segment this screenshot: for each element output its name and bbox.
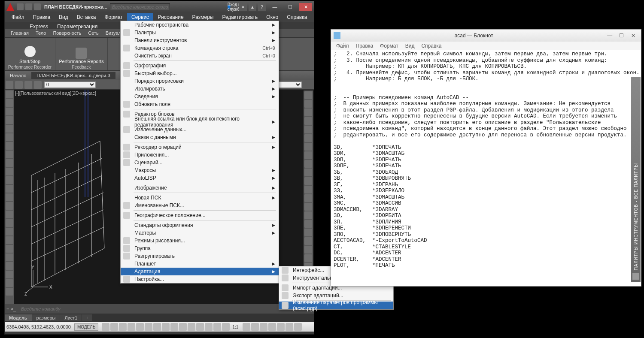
menu-item[interactable]: Связи с данными▶ [121,133,279,141]
tool-icon[interactable] [304,151,312,159]
menu-item[interactable]: Мастеры▶ [121,229,279,237]
notepad-text-area[interactable]: ; 2. Сначала используйте первый символ к… [331,50,641,286]
menu-item[interactable]: Сценарий... [121,159,279,166]
tab-dims[interactable]: размеры [32,314,60,321]
tool-icon[interactable] [304,134,312,142]
menu-item[interactable]: Рекордер операций▶ [121,143,279,151]
qat-icon[interactable] [17,3,24,10]
tool-icon[interactable] [6,133,13,141]
menu-help[interactable]: Справка [283,13,311,21]
tool-icon[interactable] [304,203,312,211]
menu-item[interactable]: Извлечение данных... [121,126,279,133]
menu-draw[interactable]: Рисование [153,13,188,21]
tool-icon[interactable] [6,99,13,107]
status-icon[interactable] [268,323,276,331]
express-menu[interactable]: Express [25,23,52,30]
tool-icon[interactable] [304,177,312,185]
tool-icon[interactable] [6,288,13,296]
tool-icon[interactable] [6,279,13,287]
status-icon[interactable] [260,323,267,331]
menu-edit[interactable]: Правка [29,13,55,21]
help-icon[interactable]: ? [258,3,266,11]
menu-item[interactable]: Планшет▶ [121,260,279,268]
status-icon[interactable] [196,323,204,331]
menu-item[interactable]: Режимы рисования... [121,237,279,244]
layer-select[interactable]: 0 [44,81,96,88]
tool-icon[interactable] [6,254,13,261]
menu-item[interactable]: Палитры▶ [121,29,279,36]
menu-view[interactable]: Вид [55,13,73,21]
menu-insert[interactable]: Вставка [73,13,100,21]
minimize-button[interactable]: — [605,32,615,39]
tool-icon[interactable] [304,220,312,228]
cloud-icon[interactable]: ▲ [249,3,256,11]
status-icon[interactable] [128,323,135,331]
tool-icon[interactable] [304,91,312,99]
menu-item[interactable]: Обновить поля [121,100,279,108]
tool-icon[interactable] [304,160,312,168]
add-tab-button[interactable]: + [82,314,91,321]
np-menu-format[interactable]: Формат [377,43,402,49]
toolbar-icon[interactable] [15,81,23,89]
model-button[interactable]: МОДЕЛЬ [74,323,98,331]
tool-icon[interactable] [304,254,312,262]
menu-item[interactable]: Изолировать▶ [121,85,279,93]
tool-icon[interactable] [304,186,312,193]
status-icon[interactable] [110,323,118,331]
status-icon[interactable] [277,323,285,331]
menu-item[interactable]: Новая ПСК▶ [121,194,279,202]
tool-icon[interactable] [6,211,13,218]
tab-mesh[interactable]: Сеть [85,30,102,36]
menu-item[interactable]: Очистить экранCtrl+0 [121,52,279,60]
toolbar-icon[interactable] [6,81,13,89]
tool-icon[interactable] [304,229,312,236]
np-menu-help[interactable]: Справка [418,43,445,49]
cmd-prefix-icon[interactable]: ≡ >_ [6,306,19,311]
search-input[interactable] [110,3,170,10]
tab-sheet1[interactable]: Лист1 [60,314,82,321]
tool-icon[interactable] [6,151,13,158]
tool-icon[interactable] [304,109,312,116]
exchange-icon[interactable]: ✕ [239,3,247,11]
tool-icon[interactable] [6,236,13,244]
tool-icon[interactable] [6,91,13,98]
menu-item[interactable]: Порядок прорисовки▶ [121,77,279,85]
qat-icon[interactable] [25,3,32,10]
tool-icon[interactable] [6,262,13,270]
tool-icon[interactable] [6,116,13,124]
tool-icon[interactable] [6,219,13,227]
perf-reports-button[interactable]: Performance Reports [59,48,104,64]
status-icon[interactable] [153,323,161,331]
minimize-button[interactable] [268,3,281,11]
tool-icon[interactable] [304,211,312,219]
status-icon[interactable] [119,323,127,331]
tool-icon[interactable] [304,100,312,108]
status-icon[interactable] [136,323,144,331]
tab-model[interactable]: Модель [5,314,32,321]
tool-icon[interactable] [6,176,13,184]
menu-dim[interactable]: Размеры [188,13,218,21]
qat-icon[interactable] [34,3,41,10]
tool-icon[interactable] [6,168,13,175]
tool-icon[interactable] [6,202,13,210]
tool-icon[interactable] [304,126,312,133]
tool-icon[interactable] [6,245,13,253]
maximize-button[interactable] [284,3,297,11]
menu-item[interactable]: Изображение▶ [121,184,279,192]
autocad-logo-icon[interactable] [6,3,14,11]
menu-item[interactable]: Внешняя ссылка или блок для контекстного… [121,118,279,126]
menu-item[interactable]: Командная строкаCtrl+9 [121,44,279,52]
submenu-item[interactable]: Изменение параметров программы (acad.pgp… [279,302,393,309]
menu-item[interactable]: Группа [121,244,279,252]
menu-modify[interactable]: Редактировать [218,13,262,21]
status-icon[interactable] [286,323,293,331]
tool-icon[interactable] [6,228,13,235]
menu-item[interactable]: Сведения▶ [121,93,279,100]
tool-icon[interactable] [304,117,312,125]
menu-item[interactable]: Адаптация▶ [121,268,279,275]
menu-item[interactable]: Именованные ПСК... [121,202,279,209]
np-menu-edit[interactable]: Правка [352,43,377,49]
menu-item[interactable]: AutoLISP▶ [121,174,279,182]
menu-item[interactable]: Орфография [121,62,279,69]
menu-item[interactable]: Разгруппировать [121,252,279,260]
